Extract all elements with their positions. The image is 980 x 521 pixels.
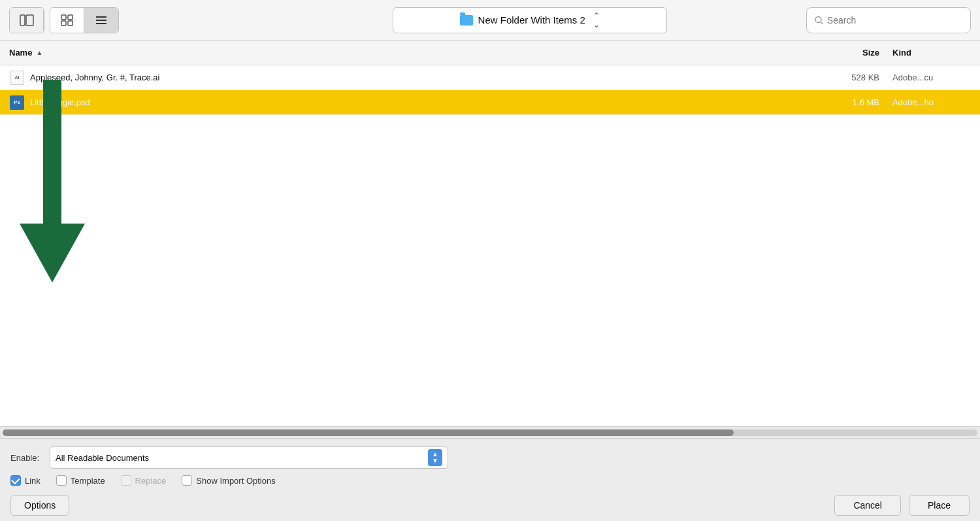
file-list-container: Name ▲ Size Kind AI Appleseed, Johnny, G… (0, 41, 980, 438)
show-import-checkbox[interactable] (182, 475, 192, 486)
place-button[interactable]: Place (909, 495, 970, 516)
buttons-row: Options Cancel Place (10, 495, 970, 516)
folder-name: New Folder With Items 2 (478, 14, 585, 25)
sidebar-icon (20, 14, 34, 26)
file-size: 528 KB (814, 73, 892, 82)
file-kind: Adobe...ho (892, 97, 971, 107)
cancel-button[interactable]: Cancel (834, 495, 901, 516)
replace-checkbox (121, 475, 131, 486)
file-size: 1.6 MB (814, 97, 892, 107)
show-import-checkbox-item[interactable]: Show Import Options (182, 475, 275, 486)
replace-checkbox-item: Replace (121, 475, 167, 486)
folder-icon (460, 15, 473, 25)
scrollbar-thumb (3, 429, 734, 436)
link-checkbox-item[interactable]: Link (10, 475, 41, 486)
template-checkbox[interactable] (56, 475, 67, 486)
sidebar-view-button[interactable] (10, 8, 44, 33)
grid-icon (61, 14, 74, 26)
link-checkbox[interactable] (10, 475, 21, 486)
view-toggle-group1 (9, 7, 44, 33)
view-toggle-group2 (50, 7, 119, 33)
show-import-checkbox-label: Show Import Options (196, 476, 275, 486)
search-box[interactable] (806, 7, 971, 33)
file-kind: Adobe...cu (892, 73, 971, 82)
file-name: Little Piggie.psd (30, 97, 814, 107)
list-icon (95, 14, 108, 26)
options-button[interactable]: Options (10, 495, 69, 516)
checkboxes-row: Link Template Replace Show Import Option… (10, 475, 970, 486)
file-icon-ps: Ps (9, 95, 25, 110)
format-select-arrow-icon: ▲ ▼ (428, 449, 442, 466)
format-select-value: All Readable Documents (56, 453, 149, 463)
svg-rect-0 (20, 15, 25, 25)
table-row[interactable]: AI Appleseed, Johnny, Gr. #, Trace.ai 52… (0, 65, 980, 90)
svg-rect-1 (26, 15, 33, 25)
bottom-controls: Enable: All Readable Documents ▲ ▼ Link … (0, 438, 980, 521)
svg-line-10 (821, 22, 823, 24)
horizontal-scrollbar[interactable] (0, 426, 980, 438)
file-icon-ai: AI (9, 70, 25, 86)
replace-checkbox-label: Replace (135, 476, 167, 486)
btn-group-right: Cancel Place (834, 495, 970, 516)
column-size-header[interactable]: Size (814, 48, 892, 58)
search-icon (815, 16, 823, 25)
svg-rect-3 (68, 15, 73, 20)
column-name-header[interactable]: Name ▲ (9, 48, 814, 58)
svg-rect-5 (68, 21, 73, 25)
search-input[interactable] (827, 15, 962, 25)
column-kind-header[interactable]: Kind (892, 48, 971, 58)
svg-rect-4 (61, 21, 66, 25)
sort-icon: ▲ (36, 49, 42, 56)
folder-selector[interactable]: New Folder With Items 2 ⌃⌄ (393, 7, 667, 33)
format-row: Enable: All Readable Documents ▲ ▼ (10, 446, 970, 469)
table-row[interactable]: Ps Little Piggie.psd 1.6 MB Adobe...ho (0, 90, 980, 115)
list-view-button[interactable] (84, 8, 118, 33)
template-checkbox-label: Template (71, 476, 105, 486)
svg-rect-2 (61, 15, 66, 20)
toolbar: New Folder With Items 2 ⌃⌄ (0, 0, 980, 41)
chevron-updown-icon: ⌃⌄ (593, 11, 600, 29)
format-label: Enable: (10, 453, 43, 463)
grid-view-button[interactable] (50, 8, 84, 33)
file-rows: AI Appleseed, Johnny, Gr. #, Trace.ai 52… (0, 65, 980, 426)
link-checkbox-label: Link (25, 476, 41, 486)
file-name: Appleseed, Johnny, Gr. #, Trace.ai (30, 73, 814, 82)
scrollbar-track (3, 429, 977, 436)
format-select[interactable]: All Readable Documents ▲ ▼ (50, 446, 448, 469)
template-checkbox-item[interactable]: Template (56, 475, 105, 486)
column-headers: Name ▲ Size Kind (0, 41, 980, 65)
